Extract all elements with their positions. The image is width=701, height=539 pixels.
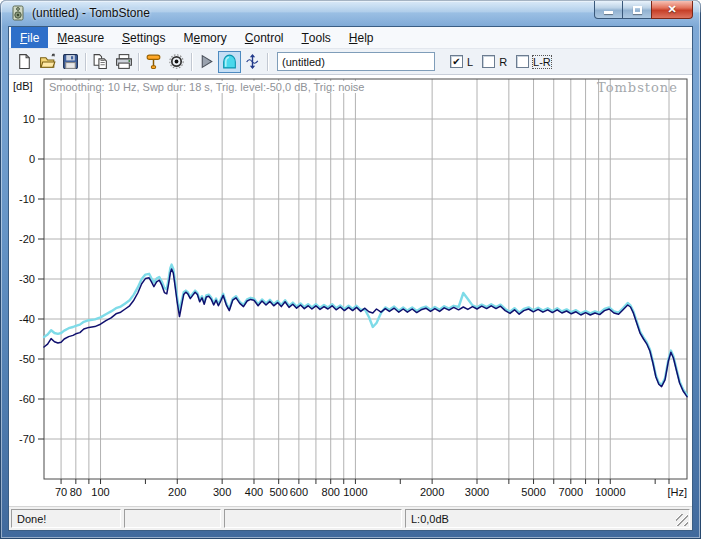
menu-measure[interactable]: Measure xyxy=(48,27,113,48)
svg-text:-50: -50 xyxy=(19,353,35,365)
tombstone-watermark: Tombstone xyxy=(597,80,678,95)
checkbox-box[interactable] xyxy=(482,55,495,68)
checkbox-box[interactable] xyxy=(516,55,529,68)
menu-bar: FileMeasureSettingsMemoryControlToolsHel… xyxy=(9,27,692,49)
menu-tools[interactable]: Tools xyxy=(293,27,340,48)
play-button[interactable] xyxy=(195,51,218,73)
svg-text:5000: 5000 xyxy=(521,486,545,498)
checkbox-label: L-R xyxy=(533,56,551,68)
trace-dark xyxy=(44,269,687,397)
new-button[interactable] xyxy=(13,51,36,73)
status-bar: Done!L:0,0dB xyxy=(9,506,692,530)
svg-text:7000: 7000 xyxy=(559,486,583,498)
generator-icon xyxy=(145,53,162,70)
save-button[interactable] xyxy=(59,51,82,73)
svg-text:500: 500 xyxy=(270,486,288,498)
menu-file[interactable]: File xyxy=(11,27,48,48)
svg-text:200: 200 xyxy=(168,486,186,498)
generator-button[interactable] xyxy=(142,51,165,73)
copy-icon xyxy=(92,53,109,70)
checkbox-l[interactable]: ✔L xyxy=(450,55,473,68)
window-client: FileMeasureSettingsMemoryControlToolsHel… xyxy=(8,26,693,531)
y-axis-unit-label: [dB] xyxy=(13,80,33,92)
open-folder-icon xyxy=(39,53,57,70)
svg-text:-30: -30 xyxy=(19,273,35,285)
svg-text:-40: -40 xyxy=(19,313,35,325)
svg-text:10: 10 xyxy=(23,113,35,125)
svg-text:300: 300 xyxy=(213,486,231,498)
svg-text:800: 800 xyxy=(322,486,340,498)
resize-grip[interactable] xyxy=(676,514,688,526)
menu-control[interactable]: Control xyxy=(236,27,293,48)
levels-icon xyxy=(244,53,261,70)
new-document-icon xyxy=(16,53,33,70)
print-button[interactable] xyxy=(112,51,135,73)
window-title: (untitled) - TombStone xyxy=(32,6,150,20)
minimize-button[interactable] xyxy=(594,1,623,19)
svg-text:-20: -20 xyxy=(19,233,35,245)
save-icon xyxy=(62,53,79,70)
toolbar-separator xyxy=(138,53,139,71)
svg-text:0: 0 xyxy=(29,153,35,165)
checkbox-box[interactable]: ✔ xyxy=(450,55,463,68)
chart-svg[interactable]: 7080100200300400500600800100020003000500… xyxy=(9,75,694,508)
toolbar: ✔LRL-R xyxy=(9,49,692,75)
trace-light xyxy=(44,265,687,395)
speaker-button[interactable] xyxy=(165,51,188,73)
menu-settings[interactable]: Settings xyxy=(113,27,174,48)
print-icon xyxy=(115,53,133,70)
checkbox-l-r[interactable]: L-R xyxy=(516,55,551,68)
svg-text:-10: -10 xyxy=(19,193,35,205)
title-bar[interactable]: (untitled) - TombStone ✕ xyxy=(0,0,701,26)
app-window: (untitled) - TombStone ✕ FileMeasureSett… xyxy=(0,0,701,539)
status-panel-3: L:0,0dB xyxy=(405,509,690,528)
sweep-button[interactable] xyxy=(218,51,241,73)
window-frame: (untitled) - TombStone ✕ FileMeasureSett… xyxy=(0,0,701,539)
app-icon[interactable] xyxy=(10,5,26,21)
menu-memory[interactable]: Memory xyxy=(174,27,235,48)
svg-text:600: 600 xyxy=(290,486,308,498)
measurement-info-text: Smoothing: 10 Hz, Swp dur: 18 s, Trig. l… xyxy=(46,81,368,93)
filename-input[interactable] xyxy=(277,52,435,71)
x-axis-unit-label: [Hz] xyxy=(667,486,687,498)
svg-text:80: 80 xyxy=(70,486,82,498)
speaker-icon xyxy=(168,53,185,70)
channel-checkboxes: ✔LRL-R xyxy=(441,55,551,68)
status-panel-1 xyxy=(124,509,221,528)
checkbox-label: L xyxy=(467,56,473,68)
svg-text:10000: 10000 xyxy=(595,486,626,498)
toolbar-separator xyxy=(191,53,192,71)
svg-text:100: 100 xyxy=(91,486,109,498)
axis-labels: 7080100200300400500600800100020003000500… xyxy=(19,113,687,498)
toolbar-separator xyxy=(267,53,268,71)
levels-button[interactable] xyxy=(241,51,264,73)
minimize-icon xyxy=(604,11,613,14)
maximize-icon xyxy=(633,6,642,14)
maximize-button[interactable] xyxy=(623,1,651,19)
checkbox-label: R xyxy=(499,56,507,68)
svg-text:2000: 2000 xyxy=(420,486,444,498)
svg-text:-60: -60 xyxy=(19,393,35,405)
close-icon: ✕ xyxy=(667,3,676,16)
svg-text:3000: 3000 xyxy=(465,486,489,498)
status-panel-2 xyxy=(224,509,402,528)
sweep-icon xyxy=(221,53,238,70)
menu-help[interactable]: Help xyxy=(340,27,383,48)
svg-text:-70: -70 xyxy=(19,433,35,445)
svg-text:1000: 1000 xyxy=(343,486,367,498)
svg-text:70: 70 xyxy=(55,486,67,498)
play-icon xyxy=(198,53,215,70)
copy-button[interactable] xyxy=(89,51,112,73)
checkbox-r[interactable]: R xyxy=(482,55,507,68)
close-button[interactable]: ✕ xyxy=(651,1,693,19)
status-panel-0: Done! xyxy=(11,509,121,528)
chart-area: 7080100200300400500600800100020003000500… xyxy=(9,75,692,506)
toolbar-separator xyxy=(85,53,86,71)
svg-text:400: 400 xyxy=(245,486,263,498)
open-button[interactable] xyxy=(36,51,59,73)
